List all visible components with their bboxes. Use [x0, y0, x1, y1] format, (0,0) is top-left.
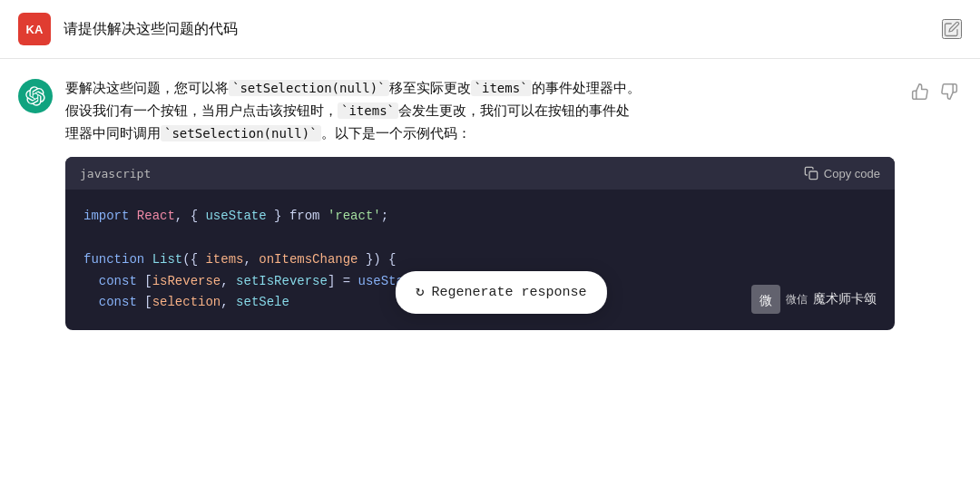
text-part-1: 要解决这些问题，您可以将	[65, 80, 229, 95]
ai-response-text: 要解决这些问题，您可以将`setSelection(null)`移至实际更改`i…	[65, 77, 895, 144]
watermark: 微 微信 魔术师卡颂	[751, 285, 877, 314]
svg-rect-0	[809, 171, 818, 180]
copy-label: Copy code	[824, 167, 880, 180]
svg-text:微: 微	[760, 293, 772, 307]
text-part-6: 理器中同时调用	[65, 125, 161, 141]
regenerate-icon: ↻	[416, 280, 425, 305]
code-inline-2: `items`	[471, 80, 532, 96]
content-area: 要解决这些问题，您可以将`setSelection(null)`移至实际更改`i…	[0, 59, 980, 330]
regenerate-popup[interactable]: ↻ Regenerate response	[396, 271, 607, 314]
watermark-text: 微信 魔术师卡颂	[786, 291, 877, 307]
ai-avatar	[18, 79, 53, 113]
code-line-3: function List({ items, onItemsChange }) …	[83, 249, 877, 271]
qr-svg: 微	[751, 285, 780, 314]
code-language-label: javascript	[80, 167, 151, 180]
user-avatar: KA	[18, 13, 51, 45]
feedback-buttons	[907, 81, 962, 107]
text-part-4: 假设我们有一个按钮，当用户点击该按钮时，	[65, 102, 338, 118]
text-part-2: 移至实际更改	[389, 80, 471, 95]
edit-button[interactable]	[942, 19, 962, 39]
conversation-title: 请提供解决这些问题的代码	[64, 20, 942, 39]
ai-message-row: 要解决这些问题，您可以将`setSelection(null)`移至实际更改`i…	[18, 77, 962, 330]
code-block: javascript Copy code import React, { use…	[65, 157, 895, 330]
copy-icon	[804, 166, 818, 180]
code-inline-3: `items`	[338, 102, 398, 119]
thumbs-up-button[interactable]	[907, 81, 933, 107]
code-inline-1: `setSelection(null)`	[229, 80, 389, 96]
regenerate-label: Regenerate response	[432, 281, 587, 305]
thumbs-down-button[interactable]	[936, 81, 962, 107]
code-line-blank	[83, 228, 877, 249]
text-part-3: 的事件处理器中。	[532, 80, 641, 95]
ai-message-body: 要解决这些问题，您可以将`setSelection(null)`移至实际更改`i…	[65, 77, 895, 330]
code-block-header: javascript Copy code	[65, 157, 895, 190]
header: KA 请提供解决这些问题的代码	[0, 0, 980, 59]
copy-code-button[interactable]: Copy code	[804, 166, 880, 180]
text-part-7: 。以下是一个示例代码：	[321, 125, 471, 141]
code-line-1: import React, { useState } from 'react';	[83, 206, 877, 228]
wechat-qr-icon: 微	[751, 285, 780, 314]
text-part-5: 会发生更改，我们可以在按钮的事件处	[398, 102, 630, 118]
code-inline-4: `setSelection(null)`	[161, 125, 321, 141]
